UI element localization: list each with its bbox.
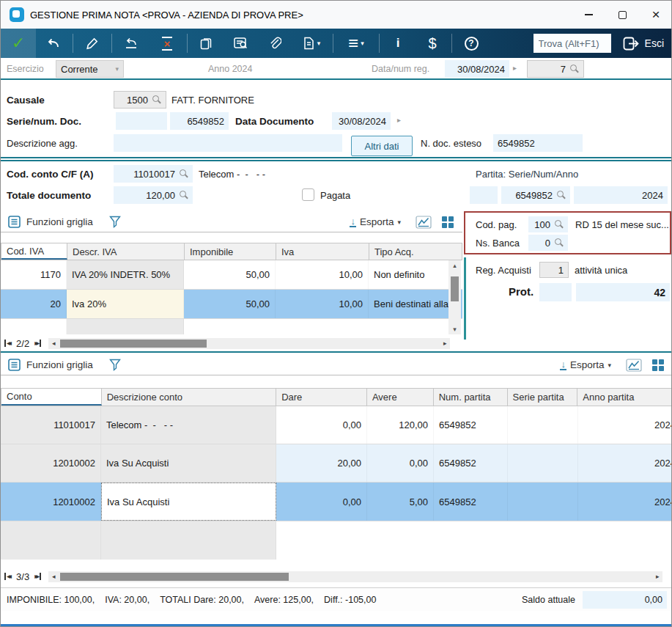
info-button[interactable]: i [381, 29, 415, 58]
lookup-icon[interactable] [570, 65, 579, 73]
ns-banca-field[interactable]: 0 [528, 235, 568, 251]
scroll-right-icon[interactable]: ▸ [652, 573, 662, 580]
maximize-button[interactable] [605, 1, 639, 29]
grid-functions-icon[interactable] [8, 216, 21, 228]
scrollbar-thumb[interactable] [451, 276, 459, 301]
lookup-icon[interactable] [555, 220, 564, 229]
altri-dati-button[interactable]: Altri dati [351, 136, 413, 156]
chart-icon[interactable] [626, 359, 642, 372]
pagata-checkbox[interactable] [302, 188, 314, 201]
scroll-left-icon[interactable]: ◂ [48, 573, 59, 580]
column-header-anno-partita[interactable]: Anno partita [577, 389, 672, 406]
last-page-icon[interactable]: ▸▸ [34, 573, 41, 580]
cod-conto-field[interactable]: 11010017 [114, 165, 193, 183]
maximize-icon [619, 11, 627, 19]
funzioni-griglia-label[interactable]: Funzioni griglia [26, 216, 93, 227]
totale-documento-field[interactable]: 120,00 [114, 186, 193, 204]
scrollbar-thumb[interactable] [60, 340, 207, 348]
reg-acquisti-field[interactable]: 1 [539, 262, 569, 278]
caret-right-icon[interactable]: ▸ [397, 116, 401, 124]
prot-num-field[interactable]: 42 [576, 283, 670, 301]
table-row-selected[interactable]: 20 Iva 20% 50,00 10,00 Beni destinati al… [1, 290, 462, 319]
grid-view-icon[interactable] [442, 216, 454, 228]
filter-icon[interactable] [109, 216, 121, 228]
num-reg-field[interactable]: 7 [527, 60, 584, 78]
confirm-button[interactable]: ✓ [1, 29, 36, 58]
lookup-icon[interactable] [555, 238, 564, 247]
serie-doc-field[interactable] [116, 112, 167, 130]
horizontal-scrollbar[interactable]: ◂ ▸ [48, 571, 662, 582]
table-row-empty[interactable] [1, 521, 672, 560]
lookup-icon[interactable] [152, 95, 161, 104]
column-header-descrizione-conto[interactable]: Descrizione conto [102, 389, 276, 406]
causale-field[interactable]: 1500 [114, 91, 166, 109]
lookup-icon[interactable] [180, 191, 188, 199]
undo-button[interactable] [36, 29, 71, 58]
partita-anno-field[interactable]: 2024 [574, 186, 668, 204]
data-reg-field[interactable]: 30/08/2024 [445, 60, 509, 78]
close-button[interactable]: × [639, 1, 672, 29]
status-totali-dare: TOTALI Dare: 20,00, [160, 595, 244, 605]
caret-right-icon[interactable]: ▸ [513, 64, 517, 72]
column-header-num-partita[interactable]: Num. partita [434, 389, 508, 406]
scrollbar-thumb[interactable] [60, 573, 289, 581]
cell-descrizione-editing[interactable]: Iva Su Acquisti [101, 483, 276, 521]
attachments-button[interactable] [258, 29, 292, 58]
horizontal-scrollbar[interactable]: ◂ ▸ [48, 338, 450, 349]
chart-icon[interactable] [416, 216, 432, 229]
filter-icon[interactable] [109, 359, 121, 371]
prot-serie-field[interactable] [539, 283, 572, 301]
table-row[interactable]: 12010002 Iva Su Acquisti 20,00 0,00 6549… [1, 444, 672, 483]
edit-button[interactable] [75, 29, 110, 58]
first-page-icon[interactable]: ◂◂ [4, 573, 12, 580]
descrizione-agg-field[interactable] [114, 134, 342, 152]
restore-button[interactable] [114, 29, 149, 58]
help-button[interactable]: ? [454, 29, 489, 58]
export-button[interactable]: ↓ Esporta ▾ [560, 359, 611, 370]
column-header-descr-iva[interactable]: Descr. IVA [67, 243, 185, 260]
first-page-icon[interactable]: ◂◂ [4, 340, 12, 347]
column-header-conto[interactable]: Conto [1, 389, 102, 406]
cod-pag-field[interactable]: 100 [528, 216, 568, 232]
table-row[interactable]: 1170 IVA 20% INDETR. 50% 50,00 10,00 Non… [1, 260, 462, 290]
partita-num-field[interactable]: 6549852 [501, 186, 570, 204]
table-row[interactable]: 11010017 Telecom - - - - 0,00 120,00 654… [1, 406, 672, 444]
funzioni-griglia-label[interactable]: Funzioni griglia [26, 359, 93, 370]
scroll-up-icon[interactable]: ▴ [453, 260, 457, 271]
esercizio-select[interactable]: Corrente ▾ [56, 60, 124, 78]
data-documento-field[interactable]: 30/08/2024 [332, 112, 391, 130]
minimize-button[interactable] [572, 1, 605, 29]
table-row-selected[interactable]: 12010002 Iva Su Acquisti 0,00 5,00 65498… [1, 483, 672, 521]
column-header-imponibile[interactable]: Imponibile [185, 243, 276, 260]
column-header-dare[interactable]: Dare [276, 389, 367, 406]
documents-menu-button[interactable]: ▾ [292, 29, 331, 58]
column-header-tipo-acq[interactable]: Tipo Acq. [369, 243, 462, 260]
scroll-down-icon[interactable]: ▾ [453, 324, 457, 334]
calendar-search-icon [233, 36, 248, 51]
last-page-icon[interactable]: ▸▸ [34, 340, 41, 347]
vertical-scrollbar[interactable]: ▴ ▾ [448, 260, 461, 334]
exit-button[interactable]: Esci [617, 29, 672, 58]
registrations-search-button[interactable] [223, 29, 258, 58]
grid-view-icon[interactable] [652, 359, 664, 371]
table-row-empty[interactable] [1, 319, 462, 334]
find-input[interactable] [533, 34, 611, 53]
column-header-iva[interactable]: Iva [276, 243, 369, 260]
lookup-icon[interactable] [180, 169, 188, 178]
num-doc-field[interactable]: 6549852 [170, 112, 229, 130]
scroll-left-icon[interactable]: ◂ [48, 340, 59, 347]
column-header-avere[interactable]: Avere [367, 389, 434, 406]
scroll-right-icon[interactable]: ▸ [440, 340, 450, 347]
cell-anno-partita: 2024 [578, 444, 672, 482]
n-doc-esteso-field[interactable]: 6549852 [493, 134, 583, 152]
delete-button[interactable]: × [149, 29, 185, 58]
copy-button[interactable] [189, 29, 223, 58]
lookup-icon[interactable] [557, 191, 566, 199]
grid-functions-icon[interactable] [8, 359, 21, 371]
menu-button[interactable]: ≡ ▾ [335, 29, 377, 58]
export-button[interactable]: ↓ Esporta ▾ [350, 216, 401, 227]
column-header-serie-partita[interactable]: Serie partita [508, 389, 578, 406]
column-header-cod-iva[interactable]: Cod. IVA [1, 243, 67, 260]
partita-serie-field[interactable] [470, 186, 498, 204]
currency-button[interactable]: $ [415, 29, 450, 58]
